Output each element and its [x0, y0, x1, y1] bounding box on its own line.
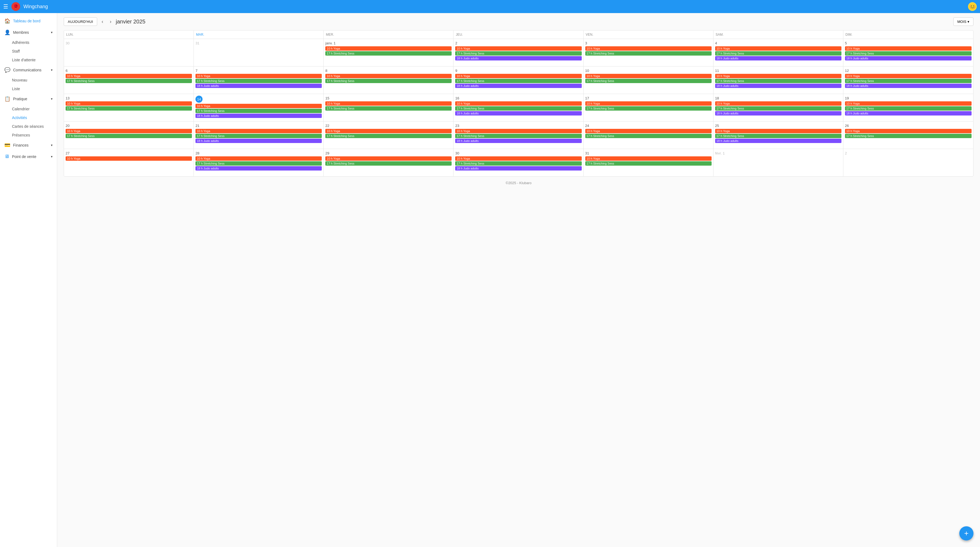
calendar-cell[interactable]: 1810 h Yoga17 h Stretching Sess18 h Judo…	[713, 94, 843, 121]
calendar-event[interactable]: 10 h Yoga	[325, 46, 452, 51]
calendar-cell[interactable]: 410 h Yoga17 h Stretching Sess18 h Judo …	[713, 39, 843, 66]
calendar-event[interactable]: 17 h Stretching Sess	[455, 106, 581, 111]
calendar-event[interactable]: 10 h Yoga	[455, 156, 581, 161]
calendar-cell[interactable]: 1110 h Yoga17 h Stretching Sess18 h Judo…	[713, 67, 843, 94]
sidebar-sub-adherents[interactable]: Adhérents	[0, 38, 57, 47]
calendar-event[interactable]: 17 h Stretching Sess	[325, 79, 452, 83]
sidebar-sub-liste[interactable]: Liste	[0, 85, 57, 93]
calendar-event[interactable]: 17 h Stretching Sess	[455, 161, 581, 166]
calendar-cell[interactable]: 2610 h Yoga17 h Stretching Sess	[843, 121, 973, 149]
calendar-event[interactable]: 17 h Stretching Sess	[196, 79, 322, 83]
sidebar-sub-presences[interactable]: Présences	[0, 131, 57, 139]
calendar-cell[interactable]: 31	[194, 39, 324, 66]
calendar-event[interactable]: 17 h Stretching Sess	[585, 161, 711, 166]
calendar-event[interactable]: 17 h Stretching Sess	[65, 106, 192, 111]
calendar-event[interactable]: 18 h Judo adults	[845, 111, 972, 115]
fab-button[interactable]: +	[959, 526, 974, 541]
calendar-cell[interactable]: 910 h Yoga17 h Stretching Sess18 h Judo …	[453, 67, 583, 94]
calendar-event[interactable]: 10 h Yoga	[455, 74, 581, 78]
calendar-cell[interactable]: 1610 h Yoga17 h Stretching Sess18 h Judo…	[453, 94, 583, 121]
calendar-cell[interactable]: 1710 h Yoga17 h Stretching Sess	[584, 94, 713, 121]
calendar-event[interactable]: 10 h Yoga	[325, 101, 452, 106]
calendar-event[interactable]: 10 h Yoga	[715, 101, 842, 106]
calendar-cell[interactable]: 1510 h Yoga17 h Stretching Sess	[324, 94, 453, 121]
sidebar-item-finances[interactable]: 💳 Finances ▾	[0, 139, 57, 151]
calendar-event[interactable]: 18 h Judo adults	[715, 84, 842, 88]
calendar-event[interactable]: 17 h Stretching Sess	[455, 79, 581, 83]
calendar-event[interactable]: 10 h Yoga	[715, 129, 842, 133]
calendar-cell[interactable]: 2	[843, 149, 973, 176]
calendar-cell[interactable]: 1210 h Yoga17 h Stretching Sess18 h Judo…	[843, 67, 973, 94]
calendar-cell[interactable]: 2110 h Yoga17 h Stretching Sess18 h Judo…	[194, 121, 324, 149]
calendar-event[interactable]: 10 h Yoga	[585, 74, 711, 78]
sidebar-item-communications[interactable]: 💬 Communications ▾	[0, 64, 57, 76]
calendar-event[interactable]: 18 h Judo adults	[196, 139, 322, 143]
calendar-event[interactable]: 17 h Stretching Sess	[845, 106, 972, 111]
sidebar-sub-calendrier[interactable]: Calendrier	[0, 105, 57, 113]
calendar-cell[interactable]: 610 h Yoga17 h Stretching Sess	[64, 67, 194, 94]
calendar-event[interactable]: 10 h Yoga	[585, 156, 711, 161]
sidebar-sub-staff[interactable]: Staff	[0, 47, 57, 56]
calendar-event[interactable]: 18 h Judo adults	[455, 166, 581, 171]
calendar-event[interactable]: 18 h Judo adults	[715, 139, 842, 143]
calendar-event[interactable]: 17 h Stretching Sess	[196, 134, 322, 138]
prev-button[interactable]: ‹	[99, 18, 105, 26]
calendar-event[interactable]: 17 h Stretching Sess	[715, 106, 842, 111]
calendar-cell[interactable]: 1010 h Yoga17 h Stretching Sess	[584, 67, 713, 94]
calendar-event[interactable]: 18 h Judo adults	[455, 111, 581, 115]
calendar-event[interactable]: 18 h Judo adults	[196, 166, 322, 171]
next-button[interactable]: ›	[108, 18, 113, 26]
calendar-event[interactable]: 18 h Judo adults	[845, 84, 972, 88]
sidebar-sub-cartes[interactable]: Cartes de séances	[0, 122, 57, 131]
user-avatar[interactable]: 😊	[968, 2, 977, 11]
calendar-event[interactable]: 17 h Stretching Sess	[845, 51, 972, 56]
calendar-event[interactable]: 17 h Stretching Sess	[585, 79, 711, 83]
calendar-cell[interactable]: 310 h Yoga17 h Stretching Sess	[584, 39, 713, 66]
sidebar-item-tableau-de-bord[interactable]: 🏠 Tableau de bord	[0, 15, 57, 27]
calendar-event[interactable]: 17 h Stretching Sess	[325, 106, 452, 111]
sidebar-item-pratique[interactable]: 📋 Pratique ▾	[0, 93, 57, 105]
calendar-event[interactable]: 18 h Judo adults	[845, 56, 972, 61]
calendar-cell[interactable]: 3010 h Yoga17 h Stretching Sess18 h Judo…	[453, 149, 583, 176]
calendar-event[interactable]: 10 h Yoga	[845, 129, 972, 133]
calendar-event[interactable]: 17 h Stretching Sess	[585, 51, 711, 56]
calendar-cell[interactable]: 1310 h Yoga17 h Stretching Sess	[64, 94, 194, 121]
calendar-cell[interactable]: 810 h Yoga17 h Stretching Sess	[324, 67, 453, 94]
calendar-event[interactable]: 10 h Yoga	[845, 101, 972, 106]
calendar-event[interactable]: 10 h Yoga	[845, 46, 972, 51]
sidebar-item-membres[interactable]: 👤 Membres ▾	[0, 27, 57, 38]
calendar-event[interactable]: 17 h Stretching Sess	[715, 51, 842, 56]
calendar-event[interactable]: 17 h Stretching Sess	[455, 134, 581, 138]
calendar-event[interactable]: 10 h Yoga	[65, 74, 192, 78]
calendar-event[interactable]: 10 h Yoga	[196, 104, 322, 108]
calendar-cell[interactable]: 1910 h Yoga17 h Stretching Sess18 h Judo…	[843, 94, 973, 121]
calendar-event[interactable]: 10 h Yoga	[455, 129, 581, 133]
calendar-event[interactable]: 10 h Yoga	[65, 156, 192, 161]
calendar-event[interactable]: 10 h Yoga	[65, 129, 192, 133]
calendar-cell[interactable]: 2310 h Yoga17 h Stretching Sess18 h Judo…	[453, 121, 583, 149]
calendar-cell[interactable]: 2210 h Yoga17 h Stretching Sess	[324, 121, 453, 149]
calendar-event[interactable]: 10 h Yoga	[715, 46, 842, 51]
calendar-event[interactable]: 18 h Judo adults	[196, 84, 322, 88]
calendar-cell[interactable]: 710 h Yoga17 h Stretching Sess18 h Judo …	[194, 67, 324, 94]
calendar-event[interactable]: 17 h Stretching Sess	[65, 134, 192, 138]
sidebar-sub-liste-attente[interactable]: Liste d'attente	[0, 56, 57, 64]
calendar-event[interactable]: 17 h Stretching Sess	[196, 161, 322, 166]
view-button[interactable]: MOIS ▾	[953, 18, 974, 26]
calendar-event[interactable]: 17 h Stretching Sess	[845, 79, 972, 83]
calendar-event[interactable]: 10 h Yoga	[455, 46, 581, 51]
calendar-event[interactable]: 18 h Judo adults	[715, 111, 842, 115]
calendar-event[interactable]: 10 h Yoga	[845, 74, 972, 78]
calendar-cell[interactable]: 2010 h Yoga17 h Stretching Sess	[64, 121, 194, 149]
calendar-event[interactable]: 10 h Yoga	[325, 129, 452, 133]
calendar-event[interactable]: 10 h Yoga	[196, 129, 322, 133]
calendar-cell[interactable]: 1410 h Yoga17 h Stretching Sess18 h Judo…	[194, 94, 324, 121]
calendar-event[interactable]: 10 h Yoga	[65, 101, 192, 106]
calendar-event[interactable]: 17 h Stretching Sess	[715, 79, 842, 83]
calendar-event[interactable]: 10 h Yoga	[585, 129, 711, 133]
calendar-event[interactable]: 18 h Judo adults	[455, 56, 581, 61]
calendar-event[interactable]: 17 h Stretching Sess	[196, 109, 322, 113]
calendar-event[interactable]: 17 h Stretching Sess	[715, 134, 842, 138]
calendar-event[interactable]: 17 h Stretching Sess	[585, 106, 711, 111]
sidebar-item-point-de-vente[interactable]: 🖥 Point de vente ▾	[0, 151, 57, 162]
